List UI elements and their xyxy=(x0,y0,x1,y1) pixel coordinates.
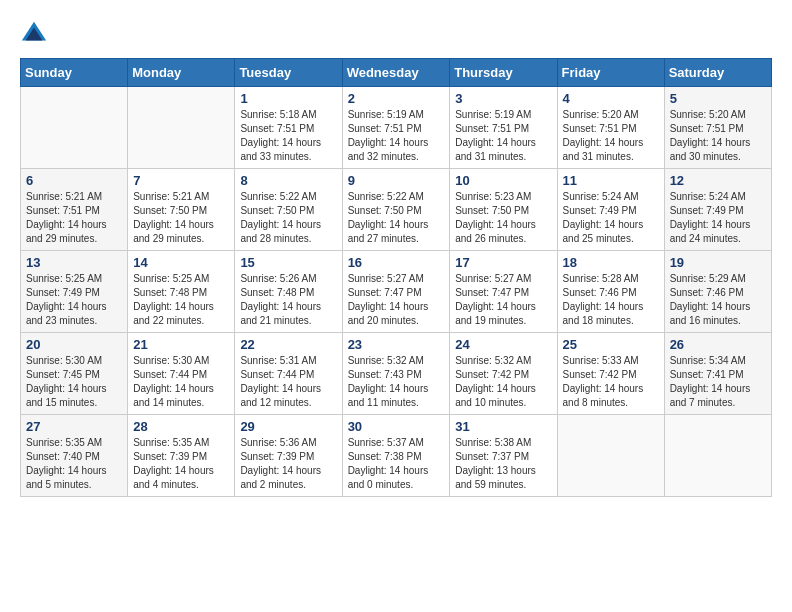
calendar-cell: 3Sunrise: 5:19 AM Sunset: 7:51 PM Daylig… xyxy=(450,87,557,169)
day-number: 12 xyxy=(670,173,766,188)
day-info: Sunrise: 5:22 AM Sunset: 7:50 PM Dayligh… xyxy=(240,190,336,246)
day-number: 3 xyxy=(455,91,551,106)
day-number: 29 xyxy=(240,419,336,434)
day-number: 8 xyxy=(240,173,336,188)
calendar-cell xyxy=(557,415,664,497)
calendar-header-friday: Friday xyxy=(557,59,664,87)
calendar-cell xyxy=(664,415,771,497)
day-number: 17 xyxy=(455,255,551,270)
calendar-cell: 8Sunrise: 5:22 AM Sunset: 7:50 PM Daylig… xyxy=(235,169,342,251)
day-number: 26 xyxy=(670,337,766,352)
day-number: 24 xyxy=(455,337,551,352)
calendar-header-monday: Monday xyxy=(128,59,235,87)
day-number: 25 xyxy=(563,337,659,352)
day-info: Sunrise: 5:21 AM Sunset: 7:51 PM Dayligh… xyxy=(26,190,122,246)
day-info: Sunrise: 5:25 AM Sunset: 7:49 PM Dayligh… xyxy=(26,272,122,328)
day-info: Sunrise: 5:27 AM Sunset: 7:47 PM Dayligh… xyxy=(455,272,551,328)
calendar-cell: 17Sunrise: 5:27 AM Sunset: 7:47 PM Dayli… xyxy=(450,251,557,333)
calendar-cell: 1Sunrise: 5:18 AM Sunset: 7:51 PM Daylig… xyxy=(235,87,342,169)
calendar-cell: 16Sunrise: 5:27 AM Sunset: 7:47 PM Dayli… xyxy=(342,251,450,333)
calendar-cell: 23Sunrise: 5:32 AM Sunset: 7:43 PM Dayli… xyxy=(342,333,450,415)
calendar-cell: 5Sunrise: 5:20 AM Sunset: 7:51 PM Daylig… xyxy=(664,87,771,169)
day-number: 22 xyxy=(240,337,336,352)
day-info: Sunrise: 5:32 AM Sunset: 7:42 PM Dayligh… xyxy=(455,354,551,410)
calendar-cell: 13Sunrise: 5:25 AM Sunset: 7:49 PM Dayli… xyxy=(21,251,128,333)
day-info: Sunrise: 5:35 AM Sunset: 7:39 PM Dayligh… xyxy=(133,436,229,492)
day-info: Sunrise: 5:20 AM Sunset: 7:51 PM Dayligh… xyxy=(670,108,766,164)
logo xyxy=(20,20,52,48)
calendar-cell: 20Sunrise: 5:30 AM Sunset: 7:45 PM Dayli… xyxy=(21,333,128,415)
day-info: Sunrise: 5:30 AM Sunset: 7:45 PM Dayligh… xyxy=(26,354,122,410)
day-number: 30 xyxy=(348,419,445,434)
day-number: 16 xyxy=(348,255,445,270)
calendar-cell: 21Sunrise: 5:30 AM Sunset: 7:44 PM Dayli… xyxy=(128,333,235,415)
calendar-header-wednesday: Wednesday xyxy=(342,59,450,87)
day-info: Sunrise: 5:37 AM Sunset: 7:38 PM Dayligh… xyxy=(348,436,445,492)
day-info: Sunrise: 5:33 AM Sunset: 7:42 PM Dayligh… xyxy=(563,354,659,410)
calendar-header-sunday: Sunday xyxy=(21,59,128,87)
calendar-cell: 28Sunrise: 5:35 AM Sunset: 7:39 PM Dayli… xyxy=(128,415,235,497)
calendar-week-row: 20Sunrise: 5:30 AM Sunset: 7:45 PM Dayli… xyxy=(21,333,772,415)
day-info: Sunrise: 5:19 AM Sunset: 7:51 PM Dayligh… xyxy=(455,108,551,164)
day-number: 27 xyxy=(26,419,122,434)
day-number: 21 xyxy=(133,337,229,352)
day-info: Sunrise: 5:24 AM Sunset: 7:49 PM Dayligh… xyxy=(563,190,659,246)
calendar-header-thursday: Thursday xyxy=(450,59,557,87)
calendar-cell: 14Sunrise: 5:25 AM Sunset: 7:48 PM Dayli… xyxy=(128,251,235,333)
day-info: Sunrise: 5:28 AM Sunset: 7:46 PM Dayligh… xyxy=(563,272,659,328)
calendar-week-row: 6Sunrise: 5:21 AM Sunset: 7:51 PM Daylig… xyxy=(21,169,772,251)
day-number: 20 xyxy=(26,337,122,352)
page-header xyxy=(20,20,772,48)
day-number: 23 xyxy=(348,337,445,352)
day-number: 14 xyxy=(133,255,229,270)
day-number: 18 xyxy=(563,255,659,270)
day-info: Sunrise: 5:29 AM Sunset: 7:46 PM Dayligh… xyxy=(670,272,766,328)
calendar-cell: 22Sunrise: 5:31 AM Sunset: 7:44 PM Dayli… xyxy=(235,333,342,415)
calendar-cell: 18Sunrise: 5:28 AM Sunset: 7:46 PM Dayli… xyxy=(557,251,664,333)
day-number: 10 xyxy=(455,173,551,188)
calendar-cell: 30Sunrise: 5:37 AM Sunset: 7:38 PM Dayli… xyxy=(342,415,450,497)
calendar-cell: 26Sunrise: 5:34 AM Sunset: 7:41 PM Dayli… xyxy=(664,333,771,415)
day-number: 28 xyxy=(133,419,229,434)
day-info: Sunrise: 5:21 AM Sunset: 7:50 PM Dayligh… xyxy=(133,190,229,246)
calendar-cell: 19Sunrise: 5:29 AM Sunset: 7:46 PM Dayli… xyxy=(664,251,771,333)
calendar-table: SundayMondayTuesdayWednesdayThursdayFrid… xyxy=(20,58,772,497)
day-info: Sunrise: 5:18 AM Sunset: 7:51 PM Dayligh… xyxy=(240,108,336,164)
day-number: 9 xyxy=(348,173,445,188)
calendar-cell: 4Sunrise: 5:20 AM Sunset: 7:51 PM Daylig… xyxy=(557,87,664,169)
day-number: 4 xyxy=(563,91,659,106)
day-info: Sunrise: 5:36 AM Sunset: 7:39 PM Dayligh… xyxy=(240,436,336,492)
calendar-cell: 25Sunrise: 5:33 AM Sunset: 7:42 PM Dayli… xyxy=(557,333,664,415)
day-info: Sunrise: 5:26 AM Sunset: 7:48 PM Dayligh… xyxy=(240,272,336,328)
calendar-cell: 6Sunrise: 5:21 AM Sunset: 7:51 PM Daylig… xyxy=(21,169,128,251)
calendar-week-row: 1Sunrise: 5:18 AM Sunset: 7:51 PM Daylig… xyxy=(21,87,772,169)
day-info: Sunrise: 5:35 AM Sunset: 7:40 PM Dayligh… xyxy=(26,436,122,492)
day-info: Sunrise: 5:20 AM Sunset: 7:51 PM Dayligh… xyxy=(563,108,659,164)
calendar-cell: 27Sunrise: 5:35 AM Sunset: 7:40 PM Dayli… xyxy=(21,415,128,497)
calendar-cell: 29Sunrise: 5:36 AM Sunset: 7:39 PM Dayli… xyxy=(235,415,342,497)
calendar-week-row: 13Sunrise: 5:25 AM Sunset: 7:49 PM Dayli… xyxy=(21,251,772,333)
logo-icon xyxy=(20,20,48,48)
day-number: 2 xyxy=(348,91,445,106)
day-number: 13 xyxy=(26,255,122,270)
day-info: Sunrise: 5:31 AM Sunset: 7:44 PM Dayligh… xyxy=(240,354,336,410)
calendar-cell xyxy=(21,87,128,169)
day-info: Sunrise: 5:25 AM Sunset: 7:48 PM Dayligh… xyxy=(133,272,229,328)
day-number: 6 xyxy=(26,173,122,188)
calendar-cell: 11Sunrise: 5:24 AM Sunset: 7:49 PM Dayli… xyxy=(557,169,664,251)
day-info: Sunrise: 5:27 AM Sunset: 7:47 PM Dayligh… xyxy=(348,272,445,328)
day-info: Sunrise: 5:38 AM Sunset: 7:37 PM Dayligh… xyxy=(455,436,551,492)
calendar-header-saturday: Saturday xyxy=(664,59,771,87)
day-info: Sunrise: 5:23 AM Sunset: 7:50 PM Dayligh… xyxy=(455,190,551,246)
calendar-cell: 9Sunrise: 5:22 AM Sunset: 7:50 PM Daylig… xyxy=(342,169,450,251)
day-number: 1 xyxy=(240,91,336,106)
calendar-week-row: 27Sunrise: 5:35 AM Sunset: 7:40 PM Dayli… xyxy=(21,415,772,497)
day-info: Sunrise: 5:19 AM Sunset: 7:51 PM Dayligh… xyxy=(348,108,445,164)
calendar-cell: 2Sunrise: 5:19 AM Sunset: 7:51 PM Daylig… xyxy=(342,87,450,169)
calendar-cell: 10Sunrise: 5:23 AM Sunset: 7:50 PM Dayli… xyxy=(450,169,557,251)
calendar-header-tuesday: Tuesday xyxy=(235,59,342,87)
day-info: Sunrise: 5:24 AM Sunset: 7:49 PM Dayligh… xyxy=(670,190,766,246)
day-number: 5 xyxy=(670,91,766,106)
day-number: 31 xyxy=(455,419,551,434)
calendar-cell: 7Sunrise: 5:21 AM Sunset: 7:50 PM Daylig… xyxy=(128,169,235,251)
